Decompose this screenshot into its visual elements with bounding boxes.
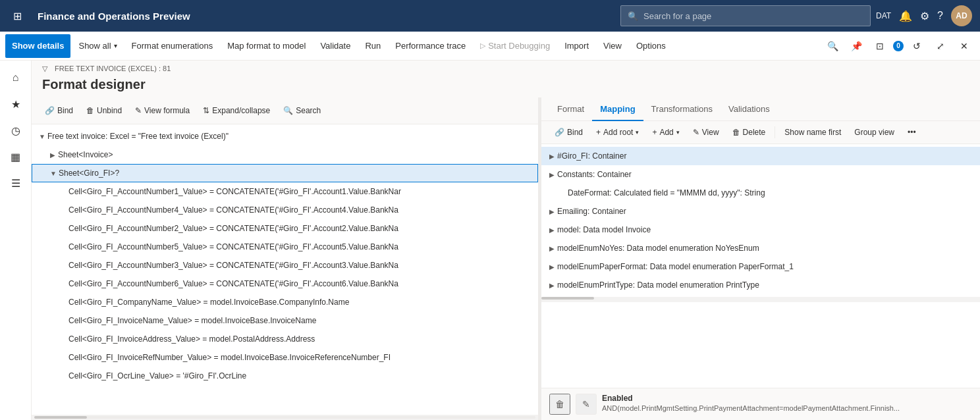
sidebar-home-icon[interactable]: ⌂	[4, 66, 28, 90]
avatar[interactable]: AD	[951, 5, 972, 26]
rp-add-button[interactable]: + Add ▾	[647, 124, 684, 141]
tree-item[interactable]: Cell<Giro_FI_AccountNumber1_Value> = CON…	[32, 182, 538, 201]
tree-item-text: Cell<Giro_FI_AccountNumber2_Value> = CON…	[68, 224, 533, 233]
mapping-scrollbar-thumb[interactable]	[541, 297, 594, 300]
tree-item-text: Cell<Giro_FI_AccountNumber1_Value> = CON…	[68, 187, 533, 196]
bell-icon[interactable]: 🔔	[899, 10, 912, 22]
search-icon-btn[interactable]: 🔍	[822, 36, 843, 57]
map-format-to-model-button[interactable]: Map format to model	[221, 34, 312, 58]
tree-item[interactable]: Cell<Giro_FI_AccountNumber5_Value> = CON…	[32, 238, 538, 256]
tab-format[interactable]: Format	[549, 97, 592, 121]
show-all-button[interactable]: Show all ▾	[72, 34, 123, 58]
tab-mapping[interactable]: Mapping	[592, 97, 643, 121]
tree-toggle[interactable]: ▶	[547, 153, 557, 160]
global-search[interactable]: 🔍 Search for a page	[620, 5, 871, 26]
tree-item[interactable]: ▶ Sheet<Invoice>	[32, 145, 538, 164]
gear-icon[interactable]: ⚙	[920, 10, 929, 22]
tree-item[interactable]: Cell<Giro_FI_InvoiceAddress_Value> = mod…	[32, 330, 538, 348]
tree-toggle[interactable]: ▼	[48, 170, 59, 177]
rp-bind-button[interactable]: 🔗 Bind	[549, 124, 588, 141]
tree-item[interactable]: Cell<Giro_FI_AccountNumber3_Value> = CON…	[32, 256, 538, 275]
split-icon-btn[interactable]: ⊡	[869, 36, 890, 57]
app-title: Finance and Operations Preview	[38, 11, 615, 22]
view-formula-button[interactable]: ✎ View formula	[130, 101, 195, 120]
mapping-tabs: Format Mapping Transformations Validatio…	[541, 97, 980, 121]
tree-item[interactable]: Cell<Giro_FI_OcrLine_Value> = '#Giro_FI'…	[32, 367, 538, 385]
tree-toggle[interactable]: ▶	[547, 171, 557, 178]
unbind-button[interactable]: 🗑 Unbind	[81, 101, 127, 120]
performance-trace-button[interactable]: Performance trace	[389, 34, 472, 58]
grid-icon[interactable]: ⊞	[8, 5, 27, 28]
import-button[interactable]: Import	[558, 34, 595, 58]
tree-toggle[interactable]: ▶	[47, 151, 58, 159]
pin-icon-btn[interactable]: 📌	[846, 36, 867, 57]
filter-icon[interactable]: ▽	[42, 65, 47, 72]
delete-icon: 🗑	[732, 128, 740, 137]
mapping-item[interactable]: DateFormat: Calculated field = "MMMM dd,…	[541, 184, 980, 202]
mapping-scrollbar[interactable]	[541, 297, 980, 302]
horizontal-scrollbar[interactable]	[32, 415, 538, 420]
tab-transformations[interactable]: Transformations	[643, 97, 721, 121]
run-button[interactable]: Run	[358, 34, 387, 58]
mapping-item-text: #Giro_FI: Container	[557, 151, 975, 161]
delete-icon: 🗑	[86, 106, 94, 115]
mapping-item[interactable]: ▶ modelEnumPrintType: Data model enumera…	[541, 276, 980, 294]
group-view-button[interactable]: Group view	[849, 124, 900, 141]
tree-item[interactable]: Cell<Giro_FI_AccountNumber4_Value> = CON…	[32, 201, 538, 219]
expand-icon-btn[interactable]: ⤢	[930, 36, 951, 57]
tree-item[interactable]: Cell<Giro_FI_AccountNumber6_Value> = CON…	[32, 275, 538, 293]
show-details-button[interactable]: Show details	[5, 34, 70, 58]
footer-delete-button[interactable]: 🗑	[549, 394, 570, 415]
sidebar-star-icon[interactable]: ★	[4, 92, 28, 116]
sidebar-calendar-icon[interactable]: ▦	[4, 145, 28, 169]
rp-delete-button[interactable]: 🗑 Delete	[727, 124, 771, 141]
scrollbar-thumb[interactable]	[34, 416, 87, 419]
tree-toggle[interactable]: ▶	[547, 263, 557, 271]
link-icon: 🔗	[555, 128, 564, 137]
help-icon[interactable]: ?	[937, 10, 943, 22]
tab-validations[interactable]: Validations	[721, 97, 778, 121]
tree-item[interactable]: Cell<Giro_FI_InvoiceRefNumber_Value> = m…	[32, 348, 538, 367]
tree-toggle[interactable]: ▶	[547, 208, 557, 215]
format-enumerations-button[interactable]: Format enumerations	[125, 34, 220, 58]
tree-item[interactable]: ▼ Free text invoice: Excel = "Free text …	[32, 127, 538, 145]
more-options-button[interactable]: •••	[902, 124, 921, 141]
mapping-item[interactable]: ▶ modelEnumNoYes: Data model enumeration…	[541, 239, 980, 257]
search-button[interactable]: 🔍 Search	[278, 101, 326, 120]
mapping-item[interactable]: ▶ modelEnumPaperFormat: Data model enume…	[541, 257, 980, 276]
close-icon-btn[interactable]: ✕	[954, 36, 975, 57]
toolbar-separator	[775, 126, 775, 138]
tree-item[interactable]: Cell<Giro_FI_InvoiceName_Value> = model.…	[32, 311, 538, 330]
bind-button[interactable]: 🔗 Bind	[40, 101, 78, 120]
add-icon: +	[596, 128, 601, 137]
tree-toggle[interactable]: ▶	[547, 245, 557, 252]
sidebar-history-icon[interactable]: ◷	[4, 118, 28, 142]
tree-item[interactable]: ▼ Sheet<Giro_FI>?	[32, 164, 538, 182]
options-button[interactable]: Options	[630, 34, 672, 58]
show-name-first-button[interactable]: Show name first	[779, 124, 846, 141]
refresh-icon-btn[interactable]: ↺	[906, 36, 927, 57]
chevron-down-icon: ▾	[676, 129, 680, 136]
tree-toggle[interactable]: ▶	[547, 226, 557, 234]
tree-toggle[interactable]: ▶	[547, 282, 557, 289]
view-button[interactable]: View	[597, 34, 628, 58]
mapping-item-text: DateFormat: Calculated field = "MMMM dd,…	[568, 188, 975, 197]
mapping-item[interactable]: ▶ #Giro_FI: Container	[541, 147, 980, 165]
mapping-item[interactable]: ▶ model: Data model Invoice	[541, 221, 980, 239]
mapping-item[interactable]: ▶ Constants: Container	[541, 165, 980, 184]
rp-add-root-button[interactable]: + Add root ▾	[591, 124, 644, 141]
expand-collapse-button[interactable]: ⇅ Expand/collapse	[198, 101, 275, 120]
validate-button[interactable]: Validate	[313, 34, 357, 58]
designer-area: 🔗 Bind 🗑 Unbind ✎ View formula ⇅ Expand/…	[32, 97, 980, 420]
footer-edit-button[interactable]: ✎	[576, 394, 597, 415]
show-all-label: Show all	[78, 41, 111, 51]
top-nav-icons: DAT 🔔 ⚙ ? AD	[876, 5, 972, 26]
sidebar-list-icon[interactable]: ☰	[4, 171, 28, 195]
mapping-item[interactable]: ▶ Emailing: Container	[541, 202, 980, 221]
rp-view-button[interactable]: ✎ View	[688, 124, 724, 141]
start-debugging-button[interactable]: ▷ Start Debugging	[474, 34, 557, 58]
pencil-icon: ✎	[693, 128, 699, 137]
tree-toggle[interactable]: ▼	[37, 133, 47, 140]
tree-item[interactable]: Cell<Giro_FI_CompanyName_Value> = model.…	[32, 293, 538, 311]
tree-item[interactable]: Cell<Giro_FI_AccountNumber2_Value> = CON…	[32, 219, 538, 238]
